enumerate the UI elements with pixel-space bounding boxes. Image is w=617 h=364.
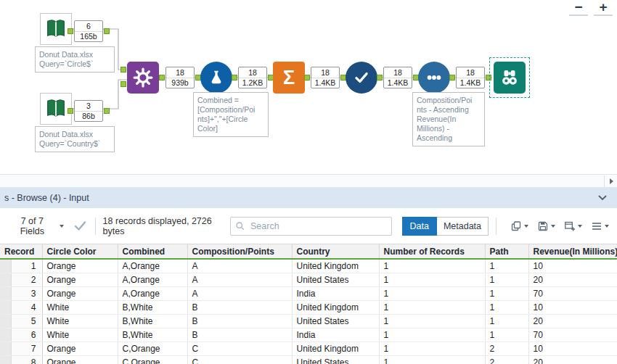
table-row[interactable]: 6WhiteB,WhiteBIndia1170: [0, 328, 617, 342]
table-cell[interactable]: A: [187, 259, 292, 273]
table-cell[interactable]: 70: [528, 287, 617, 301]
collapse-panel-button[interactable]: [597, 194, 608, 202]
table-cell[interactable]: B: [187, 315, 292, 328]
table-cell[interactable]: Orange: [42, 259, 118, 273]
table-cell[interactable]: 1: [485, 328, 528, 342]
table-cell[interactable]: 1: [485, 273, 528, 287]
table-cell[interactable]: 10: [528, 342, 617, 356]
table-row[interactable]: 4WhiteB,WhiteBUnited Kingdom1110: [0, 301, 617, 315]
column-header-combined[interactable]: Combined: [118, 244, 187, 259]
table-cell[interactable]: United Kingdom: [292, 342, 379, 356]
table-row[interactable]: 2OrangeA,OrangeAUnited States1120: [0, 273, 617, 287]
connection-badge[interactable]: 18 939b: [166, 67, 195, 88]
table-cell[interactable]: B,White: [118, 315, 187, 328]
table-cell[interactable]: A,Orange: [118, 287, 187, 301]
table-cell[interactable]: 1: [485, 259, 528, 273]
table-cell[interactable]: Orange: [42, 273, 118, 287]
table-cell[interactable]: White: [42, 301, 118, 315]
table-cell[interactable]: 2: [485, 356, 528, 364]
table-cell[interactable]: A: [187, 273, 292, 287]
column-header-circle-color[interactable]: Circle Color: [42, 244, 118, 259]
table-cell[interactable]: 20: [528, 315, 617, 328]
table-cell[interactable]: 70: [528, 328, 617, 342]
column-header-country[interactable]: Country: [292, 244, 379, 259]
tool-annotation-sort[interactable]: Composition/Poi nts - Ascending Revenue(…: [412, 92, 485, 146]
table-cell[interactable]: United Kingdom: [292, 301, 379, 315]
record-number-cell[interactable]: 7: [0, 342, 42, 356]
table-cell[interactable]: United States: [292, 356, 379, 364]
scroll-right-button[interactable]: [605, 175, 617, 187]
column-header-composition-points[interactable]: Composition/Points: [187, 244, 292, 259]
table-row[interactable]: 3OrangeA,OrangeAIndia1170: [0, 287, 617, 301]
table-cell[interactable]: 1: [485, 315, 528, 328]
table-cell[interactable]: B: [187, 328, 292, 342]
options-menu-button[interactable]: [589, 219, 611, 233]
table-cell[interactable]: Orange: [42, 287, 118, 301]
table-cell[interactable]: 1: [379, 301, 485, 315]
table-cell[interactable]: 1: [379, 356, 485, 364]
table-cell[interactable]: C: [187, 356, 292, 364]
table-cell[interactable]: C: [187, 342, 292, 356]
table-row[interactable]: 5WhiteB,WhiteBUnited States1120: [0, 315, 617, 328]
column-header-record[interactable]: Record: [0, 244, 42, 259]
table-row[interactable]: 8OrangeC,OrangeCUnited States1220: [0, 356, 617, 364]
table-cell[interactable]: Orange: [42, 356, 118, 364]
connection-badge[interactable]: 18 1.2KB: [238, 67, 267, 88]
record-number-cell[interactable]: 2: [0, 273, 42, 287]
connection-badge[interactable]: 18 1.4KB: [311, 67, 340, 88]
tool-summarize[interactable]: Σ: [273, 62, 305, 94]
connection-badge[interactable]: 18 1.4KB: [383, 67, 412, 88]
record-number-cell[interactable]: 5: [0, 315, 42, 328]
table-cell[interactable]: 1: [379, 315, 485, 328]
record-number-cell[interactable]: 6: [0, 328, 42, 342]
table-cell[interactable]: C,Orange: [118, 356, 187, 364]
tool-annotation-input2[interactable]: Donut Data.xlsx Query=`Country$`: [35, 126, 115, 152]
search-input[interactable]: [249, 220, 386, 232]
column-header-number-of-records[interactable]: Number of Records: [379, 244, 485, 259]
table-cell[interactable]: United States: [292, 315, 379, 328]
table-row[interactable]: 1OrangeA,OrangeAUnited Kingdom1110: [0, 259, 617, 273]
zoom-out-button[interactable]: −: [569, 0, 588, 16]
table-cell[interactable]: 20: [528, 356, 617, 364]
fields-dropdown-button[interactable]: 7 of 7 Fields: [6, 215, 67, 238]
zoom-in-button[interactable]: +: [594, 0, 613, 16]
table-row[interactable]: 7OrangeC,OrangeCUnited Kingdom1210: [0, 342, 617, 356]
record-number-cell[interactable]: 1: [0, 259, 42, 273]
table-cell[interactable]: 1: [379, 259, 485, 273]
tool-annotation-input1[interactable]: Donut Data.xlsx Query=`Circle$`: [35, 46, 115, 73]
connection-badge[interactable]: 6 165b: [74, 20, 103, 42]
table-cell[interactable]: 20: [528, 273, 617, 287]
column-header-revenue-in-millions-[interactable]: Revenue(In Millions): [528, 244, 617, 259]
table-cell[interactable]: A,Orange: [118, 259, 187, 273]
table-cell[interactable]: C,Orange: [118, 342, 187, 356]
table-cell[interactable]: B: [187, 301, 292, 315]
table-cell[interactable]: India: [292, 287, 379, 301]
tool-annotation-formula[interactable]: Combined = [Composition/Poi nts]+","+[Ci…: [193, 92, 269, 137]
apply-check-button[interactable]: [73, 219, 88, 233]
table-cell[interactable]: 1: [379, 273, 485, 287]
canvas-horizontal-scrollbar[interactable]: [0, 174, 617, 187]
table-cell[interactable]: India: [292, 328, 379, 342]
tool-join[interactable]: [127, 62, 159, 94]
table-cell[interactable]: 1: [379, 328, 485, 342]
table-cell[interactable]: B,White: [118, 328, 187, 342]
column-header-path[interactable]: Path: [485, 244, 528, 259]
table-cell[interactable]: 2: [485, 342, 528, 356]
table-cell[interactable]: 10: [528, 259, 617, 273]
new-window-dropdown-button[interactable]: [562, 219, 584, 233]
table-cell[interactable]: 1: [379, 342, 485, 356]
record-number-cell[interactable]: 8: [0, 356, 42, 364]
table-cell[interactable]: 10: [528, 301, 617, 315]
workflow-canvas[interactable]: − + 6 165b Donut Data.xlsx Query=`Circle…: [0, 0, 617, 174]
table-cell[interactable]: United Kingdom: [292, 259, 379, 273]
table-cell[interactable]: A,Orange: [118, 273, 187, 287]
table-cell[interactable]: Orange: [42, 342, 118, 356]
tool-unique[interactable]: [346, 62, 377, 94]
data-tab-button[interactable]: Data: [402, 217, 437, 236]
table-cell[interactable]: White: [42, 315, 118, 328]
tool-formula[interactable]: [200, 62, 232, 94]
table-cell[interactable]: 1: [379, 287, 485, 301]
copy-dropdown-button[interactable]: [508, 219, 531, 233]
metadata-tab-button[interactable]: Metadata: [437, 217, 489, 236]
table-cell[interactable]: United States: [292, 273, 379, 287]
